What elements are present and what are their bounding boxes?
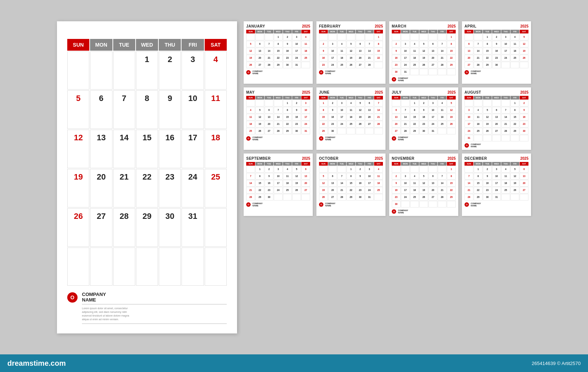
small-day-grid: 1234567891011121314151617181920212223242… [465,166,528,201]
small-day-cell: 18 [246,121,255,127]
small-dh-tue: TUE [483,30,492,33]
small-day-cell: 19 [246,55,255,61]
small-day-cell: 17 [337,114,346,120]
small-day-cell: 24 [492,187,501,194]
small-dh-wed: WED [274,162,283,166]
small-day-cell: 18 [438,114,447,120]
small-day-cell [429,34,437,40]
small-day-cell: 23 [356,187,365,194]
small-day-cell [483,135,492,141]
small-day-cell: 23 [265,187,273,194]
small-day-headers: SUNMONTUEWEDTHUFRISAT [246,162,310,166]
lorem-text: Lorem ipsum dolor sit amet, consectetura… [82,307,227,321]
small-dh-thu: THU [283,30,292,33]
small-day-cell: 9 [392,48,401,54]
small-day-cell: 7 [501,107,510,113]
small-dh-fri: FRI [510,162,519,166]
large-day-cell: 15 [136,130,158,168]
dreamstime-logo[interactable]: dreamstime.com [7,359,66,368]
small-day-cell: 20 [429,187,437,194]
small-day-cell: 14 [474,48,483,54]
small-dh-sat: SAT [520,96,528,100]
small-day-cell: 3 [292,34,301,40]
small-dh-fri: FRI [510,96,519,100]
small-day-cell [365,34,374,40]
small-dh-sun: SUN [465,162,473,166]
company-logo: O [67,292,78,303]
small-day-cell: 25 [337,62,346,68]
large-day-cell: 16 [159,130,181,168]
small-day-cell: 8 [410,107,419,113]
small-day-headers: SUNMONTUEWEDTHUFRISAT [465,30,528,33]
small-day-cell [501,135,510,141]
small-month-name: NOVEMBER [392,156,415,160]
small-day-cell: 29 [319,128,328,134]
small-day-cell: 27 [255,62,264,68]
large-day-cell [136,248,158,286]
small-day-cell: 8 [374,41,383,47]
small-day-cell: 21 [438,55,447,61]
small-dh-sat: SAT [374,30,383,33]
small-day-cell [429,201,437,207]
small-company-name: COMPANYNAME [325,136,336,141]
small-day-cell: 6 [328,173,337,180]
small-day-cell: 20 [356,55,365,61]
small-company-name: COMPANYNAME [471,143,481,148]
small-day-cell: 30 [283,62,292,68]
small-day-cell [410,201,419,207]
small-day-cell [501,62,510,68]
small-day-cell [301,62,310,68]
small-day-cell: 11 [410,48,419,54]
small-footer: OCOMPANYNAME [319,70,383,75]
small-day-cell: 8 [319,107,328,113]
small-dh-tue: TUE [410,30,419,33]
small-day-grid: 1234567891011121314151617181920212223242… [319,166,383,201]
small-day-cell [520,135,528,141]
small-day-cell [392,34,401,40]
small-dh-sun: SUN [392,96,401,100]
small-day-cell: 13 [365,107,374,113]
small-company-logo: O [319,202,323,207]
small-day-cell: 15 [319,114,328,120]
small-company-logo: O [392,136,396,141]
small-day-cell: 1 [283,100,292,106]
small-company-name: COMPANYNAME [398,136,408,141]
small-cal-header: JULY2025 [392,90,456,94]
small-day-cell: 12 [319,180,328,187]
small-day-cell: 17 [365,180,374,187]
small-day-cell: 30 [392,69,401,75]
small-dh-wed: WED [347,162,355,166]
small-day-cell: 3 [274,166,283,173]
small-day-cell: 12 [447,107,456,113]
small-day-cell: 16 [328,114,337,120]
small-day-cell: 12 [483,114,492,120]
large-day-cell: 29 [136,208,158,247]
small-dh-fri: FRI [438,162,447,166]
small-company-name: COMPANYNAME [252,202,263,207]
small-dh-wed: WED [274,30,283,33]
small-day-cell: 14 [465,180,473,187]
small-day-cell: 27 [429,194,437,201]
small-day-cell: 5 [447,100,456,106]
small-calendar-january: JANUARY2025SUNMONTUEWEDTHUFRISAT12345678… [244,21,313,84]
small-day-cell: 19 [520,48,528,54]
small-day-cell: 15 [474,180,483,187]
small-calendar-september: SEPTEMBER2025SUNMONTUEWEDTHUFRISAT123456… [244,154,313,216]
small-day-cell: 25 [374,187,383,194]
small-day-cell: 4 [510,34,519,40]
small-month-name: SEPTEMBER [246,156,271,160]
small-dh-thu: THU [501,30,510,33]
small-day-cell: 8 [510,107,519,113]
small-day-cell: 7 [337,173,346,180]
small-dh-sat: SAT [301,30,310,33]
small-day-cell: 2 [328,100,337,106]
small-day-cell: 25 [438,121,447,127]
large-day-cell: 8 [136,90,158,129]
small-day-cell: 27 [492,128,501,134]
small-day-cell [492,135,501,141]
small-day-cell: 18 [474,121,483,127]
small-dh-sat: SAT [447,96,456,100]
small-day-cell [374,62,383,68]
small-day-cell: 21 [274,121,283,127]
small-dh-mon: MON [474,30,483,33]
